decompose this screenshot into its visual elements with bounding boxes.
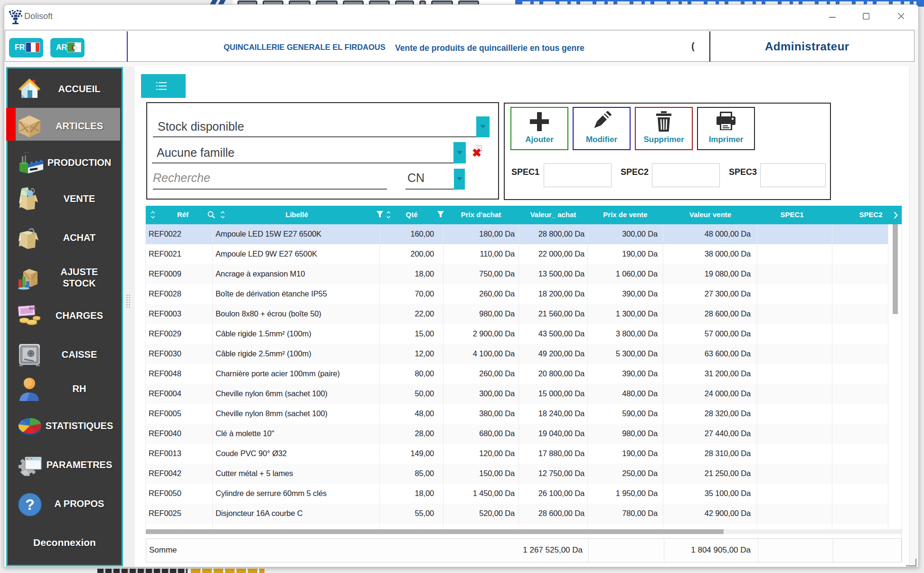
svg-text:"˜·˜˜·: "˜·˜˜· — [24, 152, 30, 155]
